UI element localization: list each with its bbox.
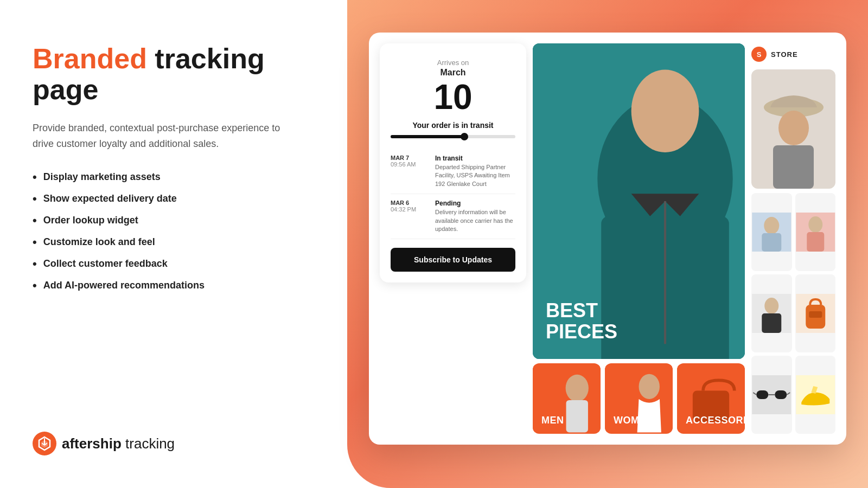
hero-title-line2: PIECES (546, 321, 617, 343)
svg-point-10 (639, 374, 660, 399)
logo-text: aftership tracking (62, 435, 175, 452)
product-thumb-pink-top[interactable] (795, 193, 836, 271)
list-item: Display marketing assets (33, 171, 315, 183)
product-thumb-yellow-shoes[interactable] (795, 356, 836, 434)
arrives-day: 10 (391, 80, 515, 114)
progress-fill (391, 135, 465, 138)
hero-title-line1: BEST (546, 300, 617, 322)
hat-product-image (751, 69, 835, 189)
event-2-desc: Delivery information will be available o… (435, 208, 515, 233)
product-thumb-orange-bag[interactable] (795, 274, 836, 352)
in-transit-status: Your order is in transit (391, 121, 515, 130)
logo-light: tracking (122, 435, 175, 452)
event-2-status: Pending (435, 200, 515, 207)
svg-point-4 (631, 70, 699, 152)
event-1-desc: Departed Shipping Partner Facility, USPS… (435, 163, 515, 188)
event-2-date: MAR 6 (391, 200, 430, 206)
arrives-month: March (391, 68, 515, 78)
accessories-category[interactable]: ACCESSORIES (677, 363, 745, 434)
svg-rect-8 (566, 400, 588, 433)
category-row: MEN WOMEN (533, 363, 745, 434)
svg-point-18 (764, 217, 779, 234)
list-item: Order lookup widget (33, 215, 315, 227)
event-item-2: MAR 6 04:32 PM Pending Delivery informat… (391, 194, 515, 239)
subtext: Provide branded, contextual post-purchas… (33, 120, 293, 152)
right-column: S STORE (751, 43, 835, 434)
store-name: STORE (771, 50, 798, 59)
hero-background: BEST PIECES (533, 43, 745, 359)
list-item: Collect customer feedback (33, 258, 315, 270)
headline-orange: Branded (33, 43, 147, 74)
men-category[interactable]: MEN (533, 363, 601, 434)
store-header: S STORE (751, 43, 835, 65)
product-thumb-blue-jacket[interactable] (751, 193, 792, 271)
list-item: Show expected delivery date (33, 193, 315, 205)
product-grid (751, 193, 835, 434)
hero-card: BEST PIECES (533, 43, 745, 359)
hat-model-svg (751, 69, 835, 189)
store-avatar: S (751, 47, 767, 62)
event-2-time: 04:32 PM (391, 206, 430, 213)
progress-dot (461, 133, 468, 140)
arrives-label: Arrives on (391, 59, 515, 67)
progress-bar (391, 135, 515, 138)
svg-rect-22 (807, 232, 824, 252)
subscribe-button[interactable]: Subscribe to Updates (391, 248, 515, 272)
event-item-1: MAR 7 09:56 AM In transit Departed Shipp… (391, 149, 515, 194)
svg-rect-19 (762, 233, 781, 252)
svg-rect-16 (773, 145, 814, 189)
event-1-date: MAR 7 (391, 155, 430, 161)
women-label: WOMEN (614, 415, 654, 426)
product-thumb-sunglasses[interactable] (751, 356, 792, 434)
logo-area: aftership tracking (33, 432, 315, 455)
hero-text-overlay: BEST PIECES (546, 300, 617, 343)
left-panel: Branded tracking page Provide branded, c… (0, 0, 347, 488)
accessories-label: ACCESSORIES (686, 415, 745, 426)
event-1-time: 09:56 AM (391, 161, 430, 168)
svg-point-15 (778, 111, 809, 145)
svg-point-21 (808, 216, 822, 233)
svg-point-7 (566, 375, 589, 402)
tracking-card: Arrives on March 10 Your order is in tra… (380, 43, 526, 282)
svg-rect-25 (762, 313, 781, 333)
list-item: Customize look and feel (33, 236, 315, 248)
main-headline: Branded tracking page (33, 43, 315, 105)
logo-bold: aftership (62, 435, 122, 452)
event-1-status: In transit (435, 155, 515, 162)
middle-column: BEST PIECES MEN (533, 43, 745, 434)
aftership-logo-icon (33, 432, 56, 455)
list-item: Add AI-powered recommendations (33, 280, 315, 292)
svg-rect-28 (809, 311, 822, 318)
women-category[interactable]: WOMEN (605, 363, 673, 434)
svg-rect-30 (756, 390, 768, 399)
mockup-container: Arrives on March 10 Your order is in tra… (369, 33, 846, 445)
tracking-events: MAR 7 09:56 AM In transit Departed Shipp… (391, 149, 515, 239)
svg-rect-31 (775, 390, 787, 399)
right-panel: Arrives on March 10 Your order is in tra… (369, 33, 846, 445)
tracking-card-col: Arrives on March 10 Your order is in tra… (380, 43, 526, 434)
men-label: MEN (541, 415, 564, 426)
product-thumb-dark-jacket[interactable] (751, 274, 792, 352)
svg-point-24 (764, 298, 778, 314)
features-list: Display marketing assets Show expected d… (33, 171, 315, 301)
